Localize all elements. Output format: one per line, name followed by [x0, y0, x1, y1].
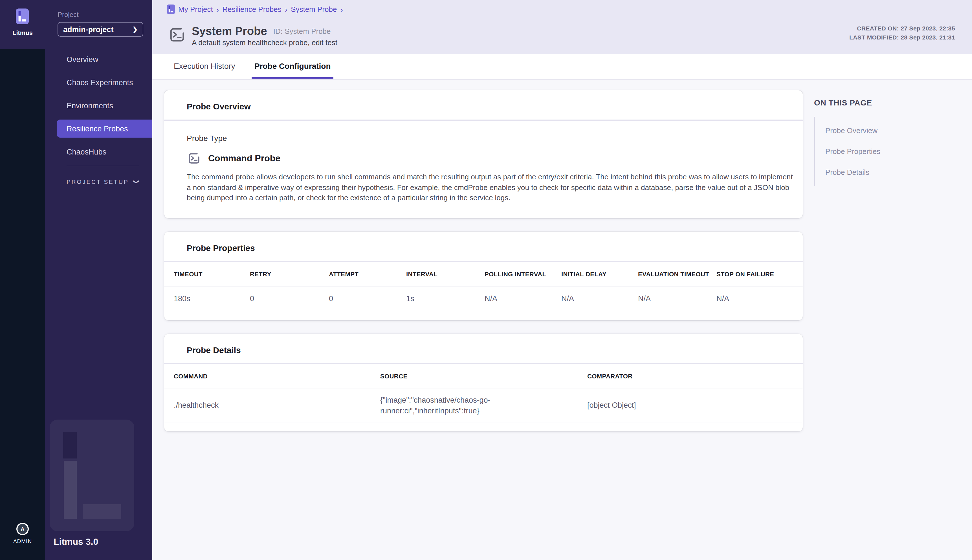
rail-brand-block: Litmus: [0, 0, 45, 49]
sidebar-item-resilience-probes[interactable]: Resilience Probes: [57, 120, 152, 138]
col-comparator: COMPARATOR: [587, 373, 803, 380]
probe-details-heading: Probe Details: [164, 333, 803, 364]
sidebar-item-chaoshubs[interactable]: ChaosHubs: [57, 143, 152, 161]
content: Probe Overview Probe Type Command Probe …: [152, 80, 972, 431]
sidebar-item-chaos-experiments[interactable]: Chaos Experiments: [57, 73, 152, 92]
breadcrumb-system-probe[interactable]: System Probe: [291, 5, 337, 13]
on-this-page-list: Probe Overview Probe Properties Probe De…: [814, 117, 949, 186]
details-header-row: COMMAND SOURCE COMPARATOR: [164, 364, 803, 389]
value-evaluation-timeout: N/A: [638, 289, 717, 308]
col-stop-on-failure: STOP ON FAILURE: [717, 271, 803, 277]
col-attempt: ATTEMPT: [329, 271, 406, 277]
probe-properties-card: Probe Properties TIMEOUT RETRY ATTEMPT I…: [164, 232, 803, 320]
probe-type-value: Command Probe: [208, 153, 280, 163]
breadcrumb-litmus-icon: [167, 5, 175, 14]
terminal-probe-icon: [168, 25, 187, 47]
properties-header-row: TIMEOUT RETRY ATTEMPT INTERVAL POLLING I…: [164, 262, 803, 287]
value-command: ./healthcheck: [174, 395, 380, 415]
value-attempt: 0: [329, 289, 406, 308]
value-source: {"image":"chaosnative/chaos-go-runner:ci…: [380, 389, 511, 422]
created-on: CREATED ON: 27 Sep 2023, 22:35: [849, 24, 955, 33]
sidebar: Project admin-project ❯ Overview Chaos E…: [45, 0, 152, 560]
tab-execution-history[interactable]: Execution History: [171, 54, 238, 79]
timestamps: CREATED ON: 27 Sep 2023, 22:35 LAST MODI…: [849, 24, 955, 42]
col-polling-interval: POLLING INTERVAL: [485, 271, 561, 277]
probe-overview-heading: Probe Overview: [164, 90, 803, 121]
command-probe-icon: [187, 151, 202, 166]
probe-overview-card: Probe Overview Probe Type Command Probe …: [164, 90, 803, 218]
sidebar-item-environments[interactable]: Environments: [57, 97, 152, 115]
onpage-link-probe-details[interactable]: Probe Details: [815, 162, 949, 183]
value-initial-delay: N/A: [561, 289, 638, 308]
litmus-logo-icon: [16, 8, 29, 27]
chevron-down-icon: ❯: [133, 179, 140, 184]
main-area: My Project › Resilience Probes › System …: [152, 0, 972, 560]
litmus-watermark: [50, 420, 134, 531]
project-select-value: admin-project: [63, 25, 133, 33]
chevron-right-icon: ❯: [133, 26, 138, 33]
col-retry: RETRY: [250, 271, 329, 277]
on-this-page-nav: ON THIS PAGE Probe Overview Probe Proper…: [814, 98, 949, 186]
probe-id: ID: System Probe: [273, 27, 331, 35]
sidebar-divider: [67, 166, 139, 167]
last-modified: LAST MODIFIED: 28 Sep 2023, 21:31: [849, 33, 955, 42]
col-timeout: TIMEOUT: [174, 271, 250, 277]
avatar[interactable]: A: [17, 523, 29, 535]
probe-type-label: Probe Type: [187, 134, 803, 143]
onpage-link-probe-overview[interactable]: Probe Overview: [815, 120, 949, 141]
details-value-row: ./healthcheck {"image":"chaosnative/chao…: [164, 389, 803, 422]
value-stop-on-failure: N/A: [717, 289, 803, 308]
user-menu[interactable]: A ADMIN: [0, 523, 45, 544]
brand-name: Litmus: [0, 29, 45, 36]
project-select[interactable]: admin-project ❯: [58, 22, 143, 37]
project-setup-label: PROJECT SETUP: [67, 178, 128, 185]
project-setup-toggle[interactable]: PROJECT SETUP ❯: [67, 176, 139, 187]
probe-properties-heading: Probe Properties: [164, 232, 803, 262]
onpage-link-probe-properties[interactable]: Probe Properties: [815, 141, 949, 162]
probe-subtitle: A default system healthcheck probe, edit…: [192, 38, 337, 47]
col-interval: INTERVAL: [406, 271, 485, 277]
tab-probe-configuration[interactable]: Probe Configuration: [252, 54, 334, 79]
page-title: System Probe: [192, 25, 267, 37]
litmus-app: Litmus A ADMIN Project admin-project ❯ O…: [0, 0, 972, 560]
value-retry: 0: [250, 289, 329, 308]
value-comparator: [object Object]: [587, 395, 803, 415]
left-rail: Litmus A ADMIN: [0, 0, 45, 560]
avatar-label: ADMIN: [0, 538, 45, 544]
sidebar-item-overview[interactable]: Overview: [57, 50, 152, 68]
breadcrumb-separator: ›: [285, 5, 287, 14]
probe-type-row: Command Probe: [187, 151, 803, 166]
breadcrumb: My Project › Resilience Probes › System …: [167, 5, 343, 14]
breadcrumb-separator: ›: [340, 5, 343, 14]
value-timeout: 180s: [174, 289, 250, 308]
col-evaluation-timeout: EVALUATION TIMEOUT: [638, 271, 717, 277]
col-initial-delay: INITIAL DELAY: [561, 271, 638, 277]
probe-details-card: Probe Details COMMAND SOURCE COMPARATOR …: [164, 333, 803, 431]
properties-value-row: 180s 0 0 1s N/A N/A N/A N/A: [164, 287, 803, 311]
breadcrumb-resilience-probes[interactable]: Resilience Probes: [222, 5, 282, 13]
probe-description: The command probe allows developers to r…: [187, 172, 796, 218]
page-header: My Project › Resilience Probes › System …: [152, 0, 972, 54]
value-interval: 1s: [406, 289, 485, 308]
on-this-page-heading: ON THIS PAGE: [814, 98, 949, 107]
app-version: Litmus 3.0: [53, 537, 98, 547]
tabbar: Execution History Probe Configuration: [152, 54, 972, 80]
col-command: COMMAND: [174, 373, 380, 380]
breadcrumb-separator: ›: [216, 5, 219, 14]
sidebar-menu: Overview Chaos Experiments Environments …: [45, 45, 152, 166]
col-source: SOURCE: [380, 373, 587, 380]
breadcrumb-my-project[interactable]: My Project: [178, 5, 213, 13]
project-label: Project: [58, 11, 79, 18]
value-polling-interval: N/A: [485, 289, 561, 308]
